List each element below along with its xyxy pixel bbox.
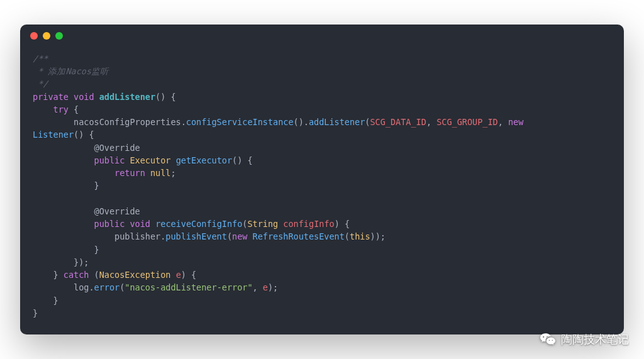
code-line: }); [33,256,611,268]
watermark-text: 陶陶技术笔记 [561,332,629,347]
code-line: */ [33,77,611,90]
code-line: public void receiveConfigInfo(String con… [33,218,611,230]
code-line: } catch (NacosException e) { [33,268,611,281]
code-line: publisher.publishEvent(new RefreshRoutes… [33,230,611,243]
minimize-icon[interactable] [43,32,50,40]
code-line: @Override [33,141,611,154]
code-line: } [33,179,611,192]
code-line: /** [33,52,611,65]
code-window: /** * 添加Nacos监听 */private void addListen… [20,25,624,334]
code-line: nacosConfigProperties.configServiceInsta… [33,116,611,128]
maximize-icon[interactable] [55,32,63,40]
code-line: } [33,294,611,307]
wechat-icon [540,331,556,348]
window-titlebar [20,25,624,47]
code-line: log.error("nacos-addListener-error", e); [33,281,611,294]
code-line: * 添加Nacos监听 [33,65,611,77]
code-line: private void addListener() { [33,91,611,103]
code-line: public Executor getExecutor() { [33,154,611,167]
code-line: @Override [33,205,611,218]
code-line: try { [33,103,611,116]
watermark: 陶陶技术笔记 [540,331,629,348]
code-line [33,192,611,205]
code-content: /** * 添加Nacos监听 */private void addListen… [20,47,624,334]
code-line: } [33,307,611,319]
code-line: } [33,243,611,256]
code-line: Listener() { [33,128,611,141]
code-line: return null; [33,167,611,179]
close-icon[interactable] [30,32,38,40]
